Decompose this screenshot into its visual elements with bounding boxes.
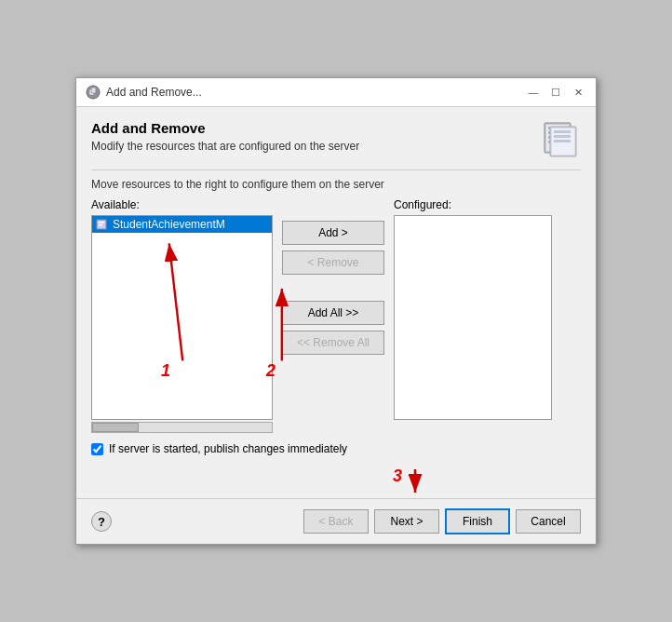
svg-rect-12 <box>554 135 571 138</box>
title-bar-controls: — ☐ ✕ <box>525 84 586 101</box>
footer-left: ? <box>91 511 112 532</box>
arrow-3-svg <box>76 465 596 498</box>
annotation-3: 3 <box>393 466 402 486</box>
add-all-button[interactable]: Add All >> <box>282 301 384 325</box>
dialog-subtitle: Modify the resources that are configured… <box>91 140 359 153</box>
available-scrollbar[interactable] <box>91 422 273 433</box>
checkbox-row: If server is started, publish changes im… <box>91 442 581 455</box>
footer-right: < Back Next > Finish Cancel <box>303 508 581 534</box>
dialog-title: Add and Remove <box>91 120 359 136</box>
add-button[interactable]: Add > <box>282 221 384 245</box>
remove-button[interactable]: < Remove <box>282 250 384 275</box>
footer: ? < Back Next > Finish Cancel <box>76 498 596 544</box>
publish-label: If server is started, publish changes im… <box>109 442 347 455</box>
title-bar-title: Add and Remove... <box>106 86 202 99</box>
instruction-text: Move resources to the right to configure… <box>91 178 581 191</box>
server-svg-icon <box>537 121 580 160</box>
available-panel: Available: StudentAchievementM <box>91 198 273 433</box>
svg-rect-16 <box>99 224 102 226</box>
item-icon <box>96 218 109 231</box>
maximize-button[interactable]: ☐ <box>547 84 564 101</box>
publish-checkbox[interactable] <box>91 443 103 455</box>
annotation-3-area: 3 <box>76 465 596 498</box>
resources-wrapper: Available: StudentAchievementM <box>91 198 581 433</box>
header-top: Add and Remove Modify the resources that… <box>91 120 581 162</box>
dialog: Add and Remove... — ☐ ✕ Add and Remove M… <box>75 77 597 545</box>
svg-rect-11 <box>554 130 571 133</box>
minimize-button[interactable]: — <box>525 84 542 101</box>
close-button[interactable]: ✕ <box>570 84 586 101</box>
cancel-button[interactable]: Cancel <box>516 509 581 534</box>
list-item[interactable]: StudentAchievementM <box>92 216 272 233</box>
remove-all-button[interactable]: << Remove All <box>282 331 384 355</box>
server-icon <box>536 120 581 161</box>
next-button[interactable]: Next > <box>374 509 439 534</box>
svg-rect-13 <box>554 140 571 142</box>
configured-panel: Configured: <box>394 198 552 420</box>
configured-label: Configured: <box>394 198 552 211</box>
help-button[interactable]: ? <box>91 511 112 532</box>
available-label: Available: <box>91 198 273 211</box>
svg-rect-15 <box>99 222 104 223</box>
header-section: Add and Remove Modify the resources that… <box>91 120 359 153</box>
resources-section: Available: StudentAchievementM <box>91 198 581 433</box>
back-button[interactable]: < Back <box>303 509 369 534</box>
finish-button[interactable]: Finish <box>445 508 510 534</box>
content: Add and Remove Modify the resources that… <box>76 107 596 465</box>
configured-list[interactable] <box>394 215 552 420</box>
divider <box>91 169 581 170</box>
dialog-icon <box>86 85 101 100</box>
item-name: StudentAchievementM <box>113 218 225 231</box>
scrollbar-thumb <box>92 423 139 432</box>
title-bar-left: Add and Remove... <box>86 85 202 100</box>
buttons-middle: Add > < Remove Add All >> << Remove All <box>273 198 394 355</box>
title-bar: Add and Remove... — ☐ ✕ <box>76 78 596 107</box>
svg-rect-2 <box>91 88 96 93</box>
available-list[interactable]: StudentAchievementM <box>91 215 273 420</box>
